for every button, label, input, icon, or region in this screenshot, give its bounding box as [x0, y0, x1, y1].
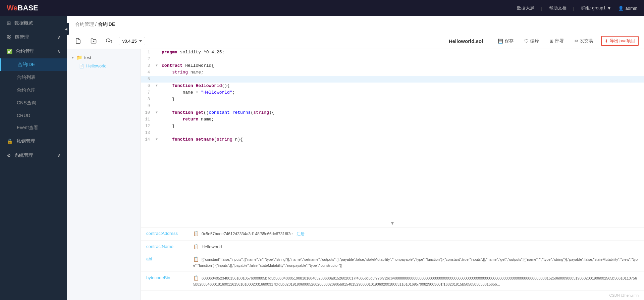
- line-content: name = "Helloworld";: [159, 89, 235, 96]
- credit-text: CSDN @henulmh: [609, 293, 639, 297]
- chevron-contract-icon: ∧: [57, 49, 60, 54]
- deploy-button[interactable]: ⊞ 部署: [547, 37, 567, 45]
- sidebar-item-contract-warehouse[interactable]: 合约仓库: [0, 84, 67, 97]
- new-file-button[interactable]: [72, 37, 84, 45]
- compile-label: 编译: [530, 38, 539, 44]
- user-name: admin: [626, 6, 637, 11]
- code-editor-wrapper: 1pragma solidity ^0.4.25;23▼contract Hel…: [141, 49, 644, 300]
- contract-name-cell: 📋 Helloworld: [188, 241, 644, 253]
- save-label: 保存: [505, 38, 514, 44]
- line-content: [159, 56, 162, 62]
- copy-icon4[interactable]: 📋: [193, 275, 199, 281]
- toggle-icon: ▼: [390, 220, 395, 226]
- bytecodebin-row: bytecodeBin 📋 60806040523480156100105760…: [141, 272, 644, 291]
- contract-name-row: contractName 📋 Helloworld: [141, 241, 644, 253]
- code-line: 4 string name;: [141, 69, 644, 76]
- register-link[interactable]: 注册: [297, 232, 305, 236]
- sidebar-collapse-button[interactable]: ◀: [63, 23, 69, 35]
- sidebar-item-cns-query[interactable]: CNS查询: [0, 97, 67, 109]
- bottom-panel-toggle[interactable]: ▼: [141, 219, 644, 228]
- sidebar-item-contract-list[interactable]: 合约列表: [0, 71, 67, 84]
- user-icon: 👤: [618, 6, 624, 11]
- cns-query-label: CNS查询: [17, 100, 36, 105]
- line-content: function get()constant returns(string){: [159, 109, 274, 116]
- copy-icon3[interactable]: 📋: [193, 256, 199, 262]
- line-number: 10: [141, 109, 154, 116]
- line-expand: ▼: [154, 83, 159, 89]
- sidebar-item-contract-ide[interactable]: 合约IDE: [0, 58, 67, 71]
- group-label: 群组: group1: [581, 5, 606, 11]
- save-button[interactable]: 💾 保存: [495, 37, 516, 45]
- line-content: function setname(string n){: [159, 136, 243, 143]
- sidebar-item-crud[interactable]: CRUD: [0, 109, 67, 121]
- line-number: 11: [141, 116, 154, 123]
- line-content: [159, 103, 162, 109]
- line-expand: [154, 116, 159, 123]
- contract-icon: ✅: [7, 49, 12, 54]
- chevron-down-icon: ▼: [607, 6, 611, 11]
- home-icon: ⊞: [7, 20, 11, 26]
- line-number: 14: [141, 136, 154, 143]
- chain-icon: ⛓: [7, 35, 11, 40]
- chevron-chain-icon: ∨: [57, 35, 60, 40]
- send-tx-icon: ✉: [575, 39, 578, 44]
- contract-name-label: contractName: [141, 241, 188, 253]
- lock-icon: 🔒: [7, 138, 13, 144]
- code-line: 13: [141, 130, 644, 136]
- contract-address-label: contractAddress: [141, 228, 188, 241]
- compile-icon: 🛡: [524, 39, 529, 44]
- new-folder-button[interactable]: [88, 37, 99, 45]
- abi-row: abi 📋 [{"constant":false,"inputs":[{"nam…: [141, 253, 644, 272]
- data-screen-link[interactable]: 数据大屏: [517, 5, 534, 11]
- line-number: 2: [141, 56, 154, 62]
- export-java-button[interactable]: ⬇ 导出java项目: [601, 36, 639, 46]
- contract-address-row: contractAddress 📋 0x5e57baee74612d2334a3…: [141, 228, 644, 241]
- sidebar-group-chain[interactable]: ⛓ 链管理 ∨: [0, 30, 67, 44]
- line-expand: [154, 49, 159, 56]
- group-selector[interactable]: 群组: group1 ▼: [581, 5, 611, 11]
- sidebar-group-contract[interactable]: ✅ 合约管理 ∧: [0, 44, 67, 58]
- chevron-system-icon: ∨: [57, 153, 60, 158]
- sidebar-item-data-overview[interactable]: ⊞ 数据概览: [0, 16, 67, 30]
- code-line: 11 return name;: [141, 116, 644, 123]
- send-tx-button[interactable]: ✉ 发交易: [572, 37, 596, 45]
- compile-button[interactable]: 🛡 编译: [522, 37, 542, 45]
- line-number: 3: [141, 62, 154, 69]
- file-icon: 📄: [79, 64, 84, 68]
- upload-button[interactable]: [103, 37, 115, 45]
- user-info: 👤 admin: [618, 6, 637, 11]
- contract-info-table: contractAddress 📋 0x5e57baee74612d2334a3…: [141, 228, 644, 291]
- line-content: function Helloworld(){: [159, 83, 230, 89]
- logo-we: We: [7, 4, 18, 12]
- code-editor[interactable]: 1pragma solidity ^0.4.25;23▼contract Hel…: [141, 49, 644, 219]
- line-number: 7: [141, 89, 154, 96]
- sidebar-group-system[interactable]: ⚙ 系统管理 ∨: [0, 148, 67, 162]
- divider2: |: [573, 6, 574, 11]
- line-number: 13: [141, 130, 154, 136]
- contract-warehouse-label: 合约仓库: [17, 87, 36, 93]
- copy-icon2[interactable]: 📋: [193, 244, 199, 249]
- code-line: 10▼ function get()constant returns(strin…: [141, 109, 644, 116]
- line-expand: [154, 96, 159, 103]
- code-line: 8 }: [141, 96, 644, 103]
- collapse-icon: ◀: [65, 27, 67, 31]
- sidebar-item-private-key[interactable]: 🔒 私钥管理: [0, 134, 67, 148]
- line-content: [159, 130, 162, 136]
- copy-icon[interactable]: 📋: [193, 231, 199, 236]
- chain-label: 链管理: [15, 34, 29, 40]
- line-expand: ▼: [154, 136, 159, 143]
- code-line: 7 name = "Helloworld";: [141, 89, 644, 96]
- file-helloworld[interactable]: 📄 Helloworld: [67, 62, 141, 70]
- folder-test[interactable]: ▼ 📁 test: [67, 53, 141, 62]
- version-selector[interactable]: v0.4.25 v0.5.0 v0.6.0: [119, 37, 145, 45]
- folder-name: test: [84, 55, 91, 60]
- line-expand: [154, 123, 159, 130]
- help-docs-link[interactable]: 帮助文档: [549, 5, 567, 11]
- contract-group-label: 合约管理: [16, 48, 35, 54]
- deploy-label: 部署: [555, 38, 564, 44]
- ide-toolbar: v0.4.25 v0.5.0 v0.6.0 Helloworld.sol 💾 保…: [67, 33, 644, 49]
- private-key-label: 私钥管理: [16, 138, 35, 144]
- line-number: 6: [141, 83, 154, 89]
- main-layout: ⊞ 数据概览 ⛓ 链管理 ∨ ✅ 合约管理 ∧ 合约IDE 合约列表 合约仓库: [0, 16, 644, 300]
- sidebar-item-event-view[interactable]: Event查看: [0, 121, 67, 134]
